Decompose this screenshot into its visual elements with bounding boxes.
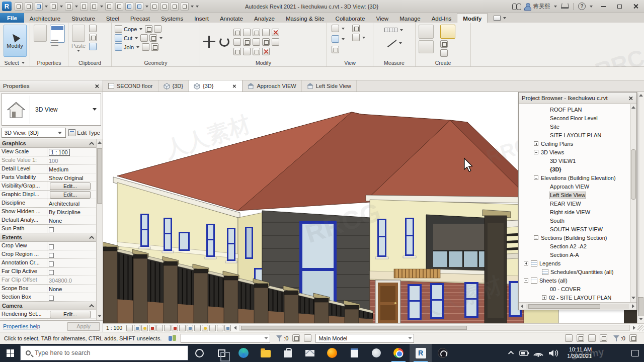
prop-row-crop-view[interactable]: Crop View — [0, 242, 96, 250]
save-icon[interactable] — [25, 3, 33, 11]
beam-joins-icon[interactable] — [142, 43, 149, 51]
tree-item-section-a2[interactable]: Section A2 -A2 — [519, 242, 630, 250]
pin-icon[interactable] — [262, 29, 270, 36]
tab-analyze[interactable]: Analyze — [249, 13, 280, 23]
measure-between-refs-icon[interactable] — [385, 38, 396, 49]
redo-caret[interactable] — [75, 6, 78, 8]
tree-item-sheets[interactable]: Sheets (all) — [519, 276, 630, 285]
scroll-left-icon[interactable] — [234, 326, 236, 330]
minimize-button[interactable] — [597, 2, 610, 11]
tree-item-right-side-view[interactable]: Right side VIEW — [519, 208, 630, 216]
cut-geometry-alt-icon[interactable] — [145, 25, 152, 33]
measure-icon[interactable] — [90, 3, 98, 11]
tree-item-site[interactable]: Site — [519, 122, 630, 131]
snip-tool-icon[interactable] — [365, 344, 387, 362]
properties-palette-icon[interactable] — [50, 25, 65, 43]
prop-row-far-clip-active[interactable]: Far Clip Active — [0, 267, 96, 276]
resize-grip[interactable] — [637, 325, 644, 331]
paste-icon[interactable] — [72, 25, 85, 42]
store-cart-icon[interactable] — [561, 3, 569, 9]
sun-settings-icon[interactable] — [141, 325, 148, 331]
filter-icon[interactable] — [276, 335, 282, 341]
type-properties-icon[interactable] — [34, 25, 47, 42]
cortana-button[interactable] — [188, 344, 210, 362]
prop-row-parts-visibility[interactable]: Parts VisibilityShow Original — [0, 173, 96, 182]
panel-label-clipboard[interactable]: Clipboard — [68, 59, 111, 66]
section-camera[interactable]: Camera — [0, 302, 96, 310]
analytical-model-icon[interactable] — [224, 325, 231, 331]
expand-icon[interactable] — [524, 261, 528, 265]
scale-icon[interactable] — [253, 38, 260, 46]
tab-addins[interactable]: Add-Ins — [426, 13, 457, 23]
tab-steel[interactable]: Steel — [101, 13, 125, 23]
tab-modify[interactable]: Modify — [457, 13, 488, 23]
move-icon[interactable] — [203, 36, 215, 48]
prop-row-section-box[interactable]: Section Box — [0, 293, 96, 302]
text-icon[interactable] — [125, 3, 133, 11]
revit-logo-icon[interactable]: R — [2, 2, 12, 11]
collapse-icon[interactable] — [534, 150, 538, 154]
panel-label-modify[interactable]: Modify — [200, 59, 327, 66]
prop-row-detail-level[interactable]: Detail LevelMedium — [0, 165, 96, 173]
mirror-icon[interactable] — [253, 29, 260, 36]
view-tab-3d-active[interactable]: {3D} — [189, 80, 243, 92]
prop-row-sun-path[interactable]: Sun Path — [0, 225, 96, 233]
graphic-display-edit-button[interactable]: Edit... — [50, 191, 91, 199]
copy-icon[interactable] — [233, 38, 241, 46]
join-icon[interactable] — [115, 43, 122, 51]
prop-row-graphic-display[interactable]: Graphic Displ...Edit... — [0, 191, 96, 199]
tree-item-3d-current[interactable]: {3D} — [519, 165, 630, 173]
switch-windows-caret[interactable] — [191, 6, 194, 8]
tab-annotate[interactable]: Annotate — [214, 13, 249, 23]
tree-item-roof-plan[interactable]: ROOF PLAN — [519, 105, 630, 114]
revit-taskbar-icon[interactable]: R — [410, 344, 432, 362]
view-scale-control[interactable]: 1 : 100 — [106, 325, 122, 331]
tab-insert[interactable]: Insert — [189, 13, 214, 23]
sync-caret[interactable] — [45, 6, 48, 8]
tray-expand-icon[interactable] — [508, 351, 514, 356]
displace-icon[interactable] — [332, 46, 339, 53]
signed-in-user[interactable]: 蒋昊熙 — [533, 3, 550, 10]
file-explorer-icon[interactable] — [255, 344, 277, 362]
press-drag-icon[interactable] — [577, 334, 584, 342]
prop-row-scope-box[interactable]: Scope BoxNone — [0, 285, 96, 293]
hide-icon[interactable] — [332, 25, 339, 32]
obs-icon[interactable] — [432, 344, 454, 362]
cope-button[interactable]: Cope — [124, 26, 143, 32]
array-icon[interactable] — [243, 38, 251, 46]
view-tab-approach[interactable]: Approach VIEW — [243, 80, 301, 92]
copy-to-clipboard-icon[interactable] — [89, 34, 97, 41]
edit-type-button[interactable]: Edit Type — [67, 129, 101, 136]
properties-help-link[interactable]: Properties help — [3, 323, 40, 329]
default-3d-view-icon[interactable] — [135, 3, 143, 11]
create-assembly-icon[interactable] — [419, 40, 434, 53]
taskbar-clock[interactable]: 10:11 AM 1/30/2021 — [567, 346, 592, 359]
tree-item-legends[interactable]: Legends — [519, 259, 630, 267]
edge-icon[interactable] — [232, 344, 255, 362]
close-view-tab-icon[interactable] — [232, 84, 236, 88]
redo-icon[interactable] — [65, 3, 73, 11]
tree-item-ceiling-plans[interactable]: Ceiling Plans — [519, 139, 630, 148]
front-door[interactable] — [375, 280, 400, 323]
close-hidden-icon[interactable] — [171, 3, 179, 11]
show-constraints-icon[interactable] — [209, 325, 216, 331]
tree-item-rear-view[interactable]: REAR VIEW — [519, 199, 630, 208]
delete-icon[interactable] — [262, 48, 270, 55]
panel-label-select[interactable]: Select — [0, 59, 30, 66]
search-icon[interactable] — [512, 4, 521, 10]
tag-icon[interactable] — [115, 3, 123, 11]
trim-extend-icon[interactable] — [233, 48, 241, 55]
measure-length-icon[interactable] — [384, 28, 397, 32]
tray-status-icons[interactable] — [519, 348, 562, 358]
exclude-options-icon[interactable] — [565, 334, 573, 342]
switch-windows-icon[interactable] — [181, 3, 189, 11]
tab-architecture[interactable]: Architecture — [24, 13, 66, 23]
paint-icon[interactable] — [352, 34, 360, 41]
apply-coping-icon[interactable] — [154, 25, 162, 33]
tab-manage[interactable]: Manage — [394, 13, 426, 23]
prop-row-annotation-crop[interactable]: Annotation Cr... — [0, 259, 96, 267]
tree-item-left-side-view[interactable]: Left Side View — [519, 191, 630, 199]
properties-palette-header[interactable]: Properties — [0, 80, 103, 92]
prop-row-visibility-graphics[interactable]: Visibility/Grap...Edit... — [0, 182, 96, 191]
selection-filter-icon[interactable] — [613, 335, 619, 341]
